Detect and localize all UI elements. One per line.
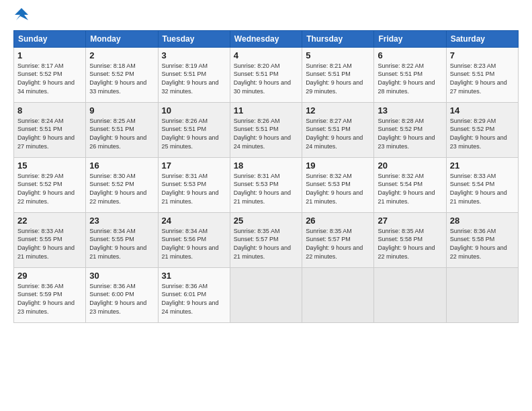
day-cell: 1 Sunrise: 8:17 AMSunset: 5:52 PMDayligh… [14,47,86,102]
day-number: 8 [17,105,82,116]
day-number: 25 [234,216,298,226]
page: SundayMondayTuesdayWednesdayThursdayFrid… [0,0,532,411]
day-number: 31 [162,271,226,281]
day-info: Sunrise: 8:35 AMSunset: 5:57 PMDaylight:… [306,228,363,260]
day-cell: 7 Sunrise: 8:23 AMSunset: 5:51 PMDayligh… [446,47,518,102]
day-info: Sunrise: 8:20 AMSunset: 5:51 PMDaylight:… [234,62,291,95]
day-info: Sunrise: 8:34 AMSunset: 5:56 PMDaylight:… [162,228,219,260]
day-info: Sunrise: 8:32 AMSunset: 5:53 PMDaylight:… [306,173,363,205]
day-info: Sunrise: 8:24 AMSunset: 5:51 PMDaylight:… [17,118,75,150]
week-row-4: 22 Sunrise: 8:33 AMSunset: 5:55 PMDaylig… [14,212,519,267]
day-number: 2 [89,50,154,60]
day-number: 9 [89,105,154,116]
col-header-wednesday: Wednesday [230,30,302,47]
col-header-sunday: Sunday [14,30,86,47]
day-info: Sunrise: 8:21 AMSunset: 5:51 PMDaylight:… [306,62,363,95]
day-info: Sunrise: 8:18 AMSunset: 5:52 PMDaylight:… [89,62,146,95]
day-number: 10 [162,105,226,116]
day-cell: 2 Sunrise: 8:18 AMSunset: 5:52 PMDayligh… [86,47,158,102]
day-info: Sunrise: 8:36 AMSunset: 6:01 PMDaylight:… [162,283,219,315]
week-row-2: 8 Sunrise: 8:24 AMSunset: 5:51 PMDayligh… [14,102,519,157]
day-cell: 10 Sunrise: 8:26 AMSunset: 5:51 PMDaylig… [158,102,230,157]
day-info: Sunrise: 8:26 AMSunset: 5:51 PMDaylight:… [234,118,291,150]
day-number: 13 [378,105,442,116]
day-info: Sunrise: 8:29 AMSunset: 5:52 PMDaylight:… [17,173,75,205]
day-number: 6 [378,50,442,60]
day-cell [302,267,374,322]
day-cell: 4 Sunrise: 8:20 AMSunset: 5:51 PMDayligh… [230,47,302,102]
col-header-monday: Monday [86,30,158,47]
day-cell: 26 Sunrise: 8:35 AMSunset: 5:57 PMDaylig… [302,212,374,267]
day-cell: 25 Sunrise: 8:35 AMSunset: 5:57 PMDaylig… [230,212,302,267]
day-number: 7 [450,50,515,60]
day-cell: 23 Sunrise: 8:34 AMSunset: 5:55 PMDaylig… [86,212,158,267]
day-number: 22 [17,216,82,226]
day-number: 17 [162,161,226,171]
calendar-body: 1 Sunrise: 8:17 AMSunset: 5:52 PMDayligh… [14,47,519,322]
day-cell [446,267,518,322]
col-header-tuesday: Tuesday [158,30,230,47]
day-info: Sunrise: 8:36 AMSunset: 6:00 PMDaylight:… [89,283,146,315]
day-number: 14 [450,105,515,116]
week-row-3: 15 Sunrise: 8:29 AMSunset: 5:52 PMDaylig… [14,157,519,212]
calendar-table: SundayMondayTuesdayWednesdayThursdayFrid… [13,30,519,323]
day-cell: 20 Sunrise: 8:32 AMSunset: 5:54 PMDaylig… [374,157,446,212]
day-number: 28 [450,216,515,226]
col-header-thursday: Thursday [302,30,374,47]
day-number: 29 [17,271,82,281]
day-number: 18 [234,161,298,171]
day-number: 12 [306,105,370,116]
day-cell: 16 Sunrise: 8:30 AMSunset: 5:52 PMDaylig… [86,157,158,212]
logo [13,11,28,25]
day-cell: 29 Sunrise: 8:36 AMSunset: 5:59 PMDaylig… [14,267,86,322]
day-info: Sunrise: 8:31 AMSunset: 5:53 PMDaylight:… [162,173,219,205]
day-number: 24 [162,216,226,226]
week-row-1: 1 Sunrise: 8:17 AMSunset: 5:52 PMDayligh… [14,47,519,102]
day-cell: 6 Sunrise: 8:22 AMSunset: 5:51 PMDayligh… [374,47,446,102]
day-info: Sunrise: 8:35 AMSunset: 5:58 PMDaylight:… [378,228,435,260]
day-cell: 24 Sunrise: 8:34 AMSunset: 5:56 PMDaylig… [158,212,230,267]
day-info: Sunrise: 8:28 AMSunset: 5:52 PMDaylight:… [378,118,435,150]
day-number: 11 [234,105,298,116]
day-number: 15 [17,161,82,171]
day-number: 21 [450,161,515,171]
day-info: Sunrise: 8:30 AMSunset: 5:52 PMDaylight:… [89,173,146,205]
day-cell: 5 Sunrise: 8:21 AMSunset: 5:51 PMDayligh… [302,47,374,102]
day-info: Sunrise: 8:33 AMSunset: 5:55 PMDaylight:… [17,228,75,260]
day-cell: 27 Sunrise: 8:35 AMSunset: 5:58 PMDaylig… [374,212,446,267]
day-info: Sunrise: 8:36 AMSunset: 5:58 PMDaylight:… [450,228,507,260]
col-header-friday: Friday [374,30,446,47]
day-number: 26 [306,216,370,226]
day-number: 27 [378,216,442,226]
day-info: Sunrise: 8:29 AMSunset: 5:52 PMDaylight:… [450,118,507,150]
week-row-5: 29 Sunrise: 8:36 AMSunset: 5:59 PMDaylig… [14,267,519,322]
day-info: Sunrise: 8:33 AMSunset: 5:54 PMDaylight:… [450,173,507,205]
day-number: 19 [306,161,370,171]
day-cell: 17 Sunrise: 8:31 AMSunset: 5:53 PMDaylig… [158,157,230,212]
day-number: 4 [234,50,298,60]
header [13,11,519,25]
day-info: Sunrise: 8:35 AMSunset: 5:57 PMDaylight:… [234,228,291,260]
day-cell: 12 Sunrise: 8:27 AMSunset: 5:51 PMDaylig… [302,102,374,157]
day-number: 30 [89,271,154,281]
logo-bird-icon [15,8,28,23]
day-cell: 30 Sunrise: 8:36 AMSunset: 6:00 PMDaylig… [86,267,158,322]
day-cell: 15 Sunrise: 8:29 AMSunset: 5:52 PMDaylig… [14,157,86,212]
day-info: Sunrise: 8:31 AMSunset: 5:53 PMDaylight:… [234,173,291,205]
day-cell: 22 Sunrise: 8:33 AMSunset: 5:55 PMDaylig… [14,212,86,267]
day-cell: 14 Sunrise: 8:29 AMSunset: 5:52 PMDaylig… [446,102,518,157]
day-number: 20 [378,161,442,171]
day-cell: 9 Sunrise: 8:25 AMSunset: 5:51 PMDayligh… [86,102,158,157]
day-cell: 19 Sunrise: 8:32 AMSunset: 5:53 PMDaylig… [302,157,374,212]
day-cell [374,267,446,322]
day-cell: 18 Sunrise: 8:31 AMSunset: 5:53 PMDaylig… [230,157,302,212]
day-info: Sunrise: 8:25 AMSunset: 5:51 PMDaylight:… [89,118,146,150]
day-info: Sunrise: 8:23 AMSunset: 5:51 PMDaylight:… [450,62,507,95]
day-number: 1 [17,50,82,60]
day-cell: 3 Sunrise: 8:19 AMSunset: 5:51 PMDayligh… [158,47,230,102]
day-cell: 8 Sunrise: 8:24 AMSunset: 5:51 PMDayligh… [14,102,86,157]
day-number: 23 [89,216,154,226]
day-cell: 21 Sunrise: 8:33 AMSunset: 5:54 PMDaylig… [446,157,518,212]
day-info: Sunrise: 8:19 AMSunset: 5:51 PMDaylight:… [162,62,219,95]
day-cell: 11 Sunrise: 8:26 AMSunset: 5:51 PMDaylig… [230,102,302,157]
